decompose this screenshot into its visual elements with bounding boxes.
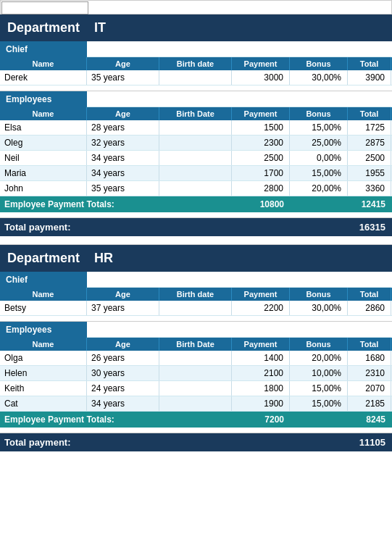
employees-label: Employees bbox=[0, 91, 87, 107]
chief-cell-0-5: 3900 bbox=[348, 70, 391, 85]
emp-cell-3-5: 2185 bbox=[348, 396, 391, 411]
emp-col-5: Total bbox=[348, 107, 391, 120]
emp-cell-3-1: 34 years bbox=[87, 396, 159, 411]
emp-cell-2-0: Keith bbox=[0, 381, 87, 396]
emp-col-3: Payment bbox=[232, 107, 290, 120]
dept-label: Department bbox=[7, 251, 80, 266]
chief-cell-0-0: Derek bbox=[0, 70, 87, 85]
emp-cell-0-3: 1400 bbox=[232, 351, 290, 365]
employees-section-row-1: Employees bbox=[0, 322, 392, 338]
chief-col-4: Bonus bbox=[290, 57, 348, 70]
emp-cell-2-5: 2500 bbox=[348, 151, 391, 165]
spacer-0-2 bbox=[0, 212, 392, 218]
dept-name: HR bbox=[94, 251, 113, 266]
emp-cell-0-4: 15,00% bbox=[290, 120, 348, 135]
chief-cell-0-4: 30,00% bbox=[290, 70, 348, 85]
emp-cell-1-0: Helen bbox=[0, 366, 87, 380]
emp-cell-3-4: 15,00% bbox=[290, 396, 348, 411]
emp-cell-0-4: 20,00% bbox=[290, 351, 348, 365]
emp-col-5: Total bbox=[348, 338, 391, 351]
emp-totals-row-0: Employee Payment Totals:1080012415 bbox=[0, 196, 392, 212]
emp-cell-3-5: 1955 bbox=[348, 166, 391, 180]
emp-totals-bonus-empty bbox=[290, 196, 348, 212]
emp-cell-0-0: Elsa bbox=[0, 120, 87, 135]
chief-cell-0-0: Betsy bbox=[0, 301, 87, 315]
emp-cell-3-0: Maria bbox=[0, 166, 87, 180]
dept-name: IT bbox=[94, 20, 106, 36]
emp-cell-1-5: 2875 bbox=[348, 136, 391, 150]
table-row: John35 years280020,00%3360 bbox=[0, 181, 392, 196]
chief-col-2: Birth date bbox=[159, 57, 232, 70]
table-row: Betsy37 years220030,00%2860 bbox=[0, 301, 392, 316]
spacer-0-1 bbox=[0, 86, 392, 91]
emp-col-0: Name bbox=[0, 338, 87, 351]
table-row: Cat34 years190015,00%2185 bbox=[0, 396, 392, 412]
chief-label: Chief bbox=[0, 41, 87, 57]
chief-col-headers-1: NameAgeBirth datePaymentBonusTotal bbox=[0, 288, 392, 301]
total-payment-row-0: Total payment:16315 bbox=[0, 218, 392, 236]
emp-cell-3-1: 34 years bbox=[87, 166, 159, 180]
emp-cell-0-1: 26 years bbox=[87, 351, 159, 365]
spacer-1-1 bbox=[0, 316, 392, 322]
total-payment-value: 16315 bbox=[348, 218, 391, 236]
emp-cell-3-3: 1900 bbox=[232, 396, 290, 411]
emp-cell-2-0: Neil bbox=[0, 151, 87, 165]
table-row: Oleg32 years230025,00%2875 bbox=[0, 136, 392, 151]
chief-cell-0-5: 2860 bbox=[348, 301, 391, 315]
table-row: Neil34 years25000,00%2500 bbox=[0, 151, 392, 166]
emp-cell-0-5: 1725 bbox=[348, 120, 391, 135]
emp-totals-total: 12415 bbox=[348, 196, 391, 212]
emp-cell-1-1: 32 years bbox=[87, 136, 159, 150]
table-row: Elsa28 years150015,00%1725 bbox=[0, 120, 392, 136]
employees-label: Employees bbox=[0, 322, 87, 338]
emp-cell-4-1: 35 years bbox=[87, 181, 159, 196]
emp-totals-label: Employee Payment Totals: bbox=[0, 412, 232, 428]
chief-col-0: Name bbox=[0, 57, 87, 70]
emp-cell-4-5: 3360 bbox=[348, 181, 391, 196]
chief-col-1: Age bbox=[87, 57, 159, 70]
emp-col-headers-0: NameAgeBirth DatePaymentBonusTotal bbox=[0, 107, 392, 120]
emp-col-3: Payment bbox=[232, 338, 290, 351]
emp-cell-1-5: 2310 bbox=[348, 366, 391, 380]
emp-cell-1-3: 2300 bbox=[232, 136, 290, 150]
top-bar bbox=[0, 0, 392, 14]
emp-cell-1-3: 2100 bbox=[232, 366, 290, 380]
emp-cell-0-2 bbox=[159, 351, 232, 365]
chief-cell-0-1: 37 years bbox=[87, 301, 159, 315]
emp-col-0: Name bbox=[0, 107, 87, 120]
chief-label: Chief bbox=[0, 272, 87, 288]
emp-cell-4-4: 20,00% bbox=[290, 181, 348, 196]
total-payment-row-1: Total payment:11105 bbox=[0, 433, 392, 451]
table-row: Keith24 years180015,00%2070 bbox=[0, 381, 392, 396]
emp-cell-4-0: John bbox=[0, 181, 87, 196]
chief-col-5: Total bbox=[348, 288, 391, 301]
chief-cell-0-2 bbox=[159, 70, 232, 85]
chief-col-3: Payment bbox=[232, 288, 290, 301]
chief-cell-0-1: 35 years bbox=[87, 70, 159, 85]
emp-cell-4-2 bbox=[159, 181, 232, 196]
emp-cell-2-2 bbox=[159, 151, 232, 165]
emp-cell-2-3: 2500 bbox=[232, 151, 290, 165]
chief-col-3: Payment bbox=[232, 57, 290, 70]
emp-col-4: Bonus bbox=[290, 107, 348, 120]
emp-cell-0-0: Olga bbox=[0, 351, 87, 365]
dept-header-1: DepartmentHR bbox=[0, 245, 392, 272]
dept-header-0: DepartmentIT bbox=[0, 14, 392, 41]
emp-cell-2-1: 24 years bbox=[87, 381, 159, 396]
emp-cell-2-4: 15,00% bbox=[290, 381, 348, 396]
chief-col-2: Birth date bbox=[159, 288, 232, 301]
emp-cell-1-2 bbox=[159, 136, 232, 150]
emp-cell-3-4: 15,00% bbox=[290, 166, 348, 180]
emp-totals-total: 8245 bbox=[348, 412, 391, 428]
emp-cell-2-4: 0,00% bbox=[290, 151, 348, 165]
chief-col-1: Age bbox=[87, 288, 159, 301]
emp-cell-0-1: 28 years bbox=[87, 120, 159, 135]
chief-col-headers-0: NameAgeBirth datePaymentBonusTotal bbox=[0, 57, 392, 70]
emp-col-1: Age bbox=[87, 338, 159, 351]
top-input[interactable] bbox=[1, 1, 88, 14]
table-row: Olga26 years140020,00%1680 bbox=[0, 351, 392, 366]
employees-section-row-0: Employees bbox=[0, 91, 392, 107]
emp-cell-1-1: 30 years bbox=[87, 366, 159, 380]
emp-cell-3-3: 1700 bbox=[232, 166, 290, 180]
chief-cell-0-3: 3000 bbox=[232, 70, 290, 85]
